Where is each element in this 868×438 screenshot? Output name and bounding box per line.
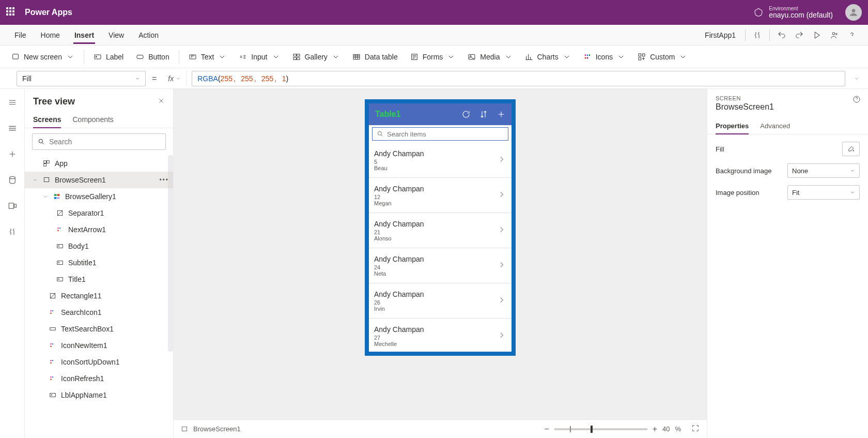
redo-icon[interactable] — [791, 26, 808, 44]
property-selector[interactable]: Fill — [17, 71, 146, 86]
tree-node-body[interactable]: Body1 — [25, 238, 173, 254]
formula-expand-icon[interactable] — [850, 76, 863, 81]
insert-icons-button[interactable]: Icons — [577, 50, 631, 64]
svg-rect-55 — [50, 394, 56, 397]
zoom-slider[interactable] — [554, 428, 647, 430]
formula-input[interactable]: RGBA(255, 255, 255, 1) — [192, 71, 845, 86]
screen-selection-frame[interactable]: Table1 Andy Champan 5 Beau — [365, 99, 516, 356]
add-icon[interactable] — [495, 108, 507, 120]
data-rail-icon[interactable] — [4, 172, 21, 188]
fx-button[interactable]: fx — [163, 71, 187, 86]
ribbon-label: Text — [201, 53, 214, 61]
menu-view[interactable]: View — [101, 25, 131, 45]
tree-view-icon[interactable] — [4, 120, 21, 137]
chevron-right-icon[interactable] — [497, 330, 506, 342]
tree-node-separator[interactable]: Separator1 — [25, 205, 173, 221]
chevron-right-icon[interactable] — [497, 225, 506, 236]
list-item[interactable]: Andy Champan 12 Megan — [369, 178, 512, 213]
chevron-right-icon[interactable] — [497, 190, 506, 201]
new-screen-button[interactable]: New screen — [5, 50, 81, 64]
insert-media-button[interactable]: Media — [461, 50, 518, 64]
menu-home[interactable]: Home — [34, 25, 67, 45]
chevron-right-icon[interactable] — [497, 260, 506, 271]
tab-components[interactable]: Components — [72, 111, 113, 128]
menu-insert[interactable]: Insert — [67, 25, 101, 45]
preview-header: Table1 — [369, 103, 512, 125]
svg-rect-4 — [137, 55, 143, 58]
tree-node-lblappname[interactable]: LblAppName1 — [25, 387, 173, 403]
list-item[interactable]: Andy Champan 26 Irvin — [369, 283, 512, 319]
insert-label-button[interactable]: Label — [87, 50, 130, 64]
properties-panel: SCREEN BrowseScreen1 Properties Advanced… — [707, 89, 868, 438]
zoom-in-icon[interactable]: + — [653, 425, 657, 434]
app-name-label[interactable]: FirstApp1 — [699, 31, 742, 39]
item-title: Andy Champan — [374, 325, 497, 334]
share-icon[interactable] — [826, 26, 843, 44]
tree-node-browsescreen[interactable]: BrowseScreen1 ••• — [25, 172, 173, 188]
tree-node-textsearchbox[interactable]: TextSearchBox1 — [25, 321, 173, 337]
app-launcher-icon[interactable] — [6, 7, 17, 18]
bgimage-select[interactable]: None — [787, 163, 860, 178]
tab-screens[interactable]: Screens — [33, 111, 61, 128]
tree-node-iconrefresh[interactable]: IconRefresh1 — [25, 370, 173, 387]
tree-node-searchicon[interactable]: SearchIcon1 — [25, 304, 173, 321]
preview-search-input[interactable] — [372, 127, 508, 141]
list-item[interactable]: Andy Champan 21 Alonso — [369, 213, 512, 248]
tree-node-subtitle[interactable]: Subtitle1 — [25, 254, 173, 271]
fill-color-button[interactable] — [842, 142, 860, 156]
hamburger-icon[interactable] — [4, 94, 21, 111]
tree-label: NextArrow1 — [68, 225, 106, 234]
svg-rect-20 — [643, 54, 645, 56]
list-item[interactable]: Andy Champan 24 Neta — [369, 248, 512, 283]
close-icon[interactable] — [158, 97, 165, 107]
tab-properties[interactable]: Properties — [716, 118, 749, 134]
tree-node-iconsortupdown[interactable]: IconSortUpDown1 — [25, 354, 173, 370]
tree-label: BrowseScreen1 — [55, 176, 106, 184]
breadcrumb[interactable]: BrowseScreen1 — [193, 425, 241, 433]
chevron-right-icon[interactable] — [497, 155, 506, 166]
help-icon[interactable] — [843, 26, 861, 44]
tree-node-iconnewitem[interactable]: IconNewItem1 — [25, 337, 173, 354]
fit-to-window-icon[interactable] — [691, 424, 700, 434]
user-avatar[interactable] — [845, 4, 862, 21]
advanced-tools-icon[interactable] — [4, 223, 21, 240]
scrollbar[interactable] — [168, 155, 173, 352]
zoom-out-icon[interactable]: − — [544, 425, 549, 434]
svg-rect-6 — [293, 54, 296, 56]
insert-rail-icon[interactable] — [4, 146, 21, 162]
sort-icon[interactable] — [477, 108, 490, 120]
insert-button-button[interactable]: Button — [130, 50, 175, 64]
menu-file[interactable]: File — [7, 25, 34, 45]
list-item[interactable]: Andy Champan 27 Mechelle — [369, 319, 512, 352]
insert-text-button[interactable]: Text — [182, 50, 233, 64]
help-icon[interactable] — [853, 95, 861, 105]
insert-input-button[interactable]: Input — [233, 50, 286, 64]
menu-action[interactable]: Action — [131, 25, 166, 45]
tree-node-browsegallery[interactable]: BrowseGallery1 — [25, 188, 173, 205]
insert-charts-button[interactable]: Charts — [519, 50, 577, 64]
insert-gallery-button[interactable]: Gallery — [286, 50, 346, 64]
tree-node-app[interactable]: App — [25, 155, 173, 172]
chevron-right-icon[interactable] — [497, 295, 506, 307]
imgpos-select[interactable]: Fit — [787, 185, 860, 200]
search-field[interactable] — [49, 138, 160, 146]
tab-advanced[interactable]: Advanced — [760, 118, 790, 134]
insert-datatable-button[interactable]: Data table — [346, 50, 404, 64]
svg-rect-48 — [50, 346, 51, 347]
play-icon[interactable] — [808, 26, 826, 44]
undo-icon[interactable] — [773, 26, 791, 44]
insert-forms-button[interactable]: Forms — [404, 50, 462, 64]
tree-search-input[interactable] — [32, 133, 166, 150]
tree-node-rectangle[interactable]: Rectangle11 — [25, 288, 173, 304]
media-rail-icon[interactable] — [4, 198, 21, 214]
refresh-icon[interactable] — [460, 108, 472, 120]
tree-node-nextarrow[interactable]: NextArrow1 — [25, 221, 173, 238]
insert-custom-button[interactable]: Custom — [631, 50, 693, 64]
item-subtitle: 12 — [374, 194, 497, 200]
environment-picker[interactable]: Environment enayu.com (default) — [769, 6, 833, 19]
svg-rect-39 — [57, 261, 63, 265]
list-item[interactable]: Andy Champan 5 Beau — [369, 143, 512, 178]
tree-node-title[interactable]: Title1 — [25, 271, 173, 288]
svg-point-50 — [52, 360, 53, 361]
app-checker-icon[interactable] — [749, 26, 766, 44]
